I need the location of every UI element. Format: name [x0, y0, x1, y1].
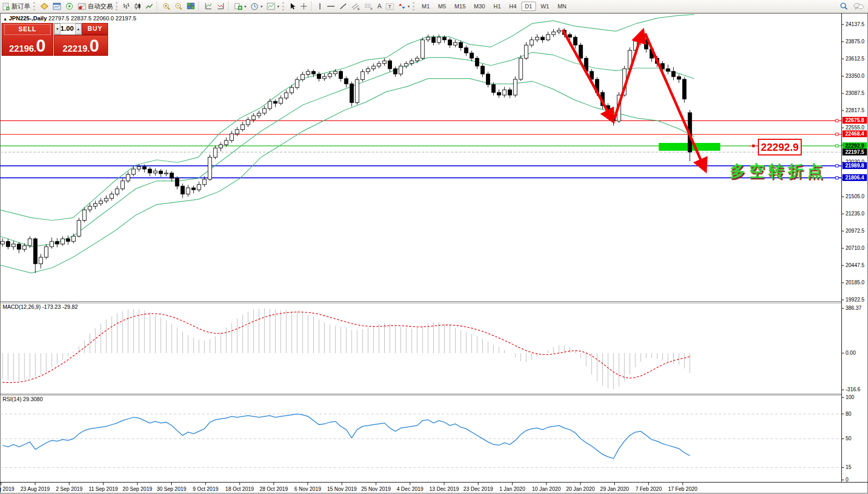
chart-canvas[interactable] [0, 0, 868, 494]
chinese-annotation-text[interactable]: 多空转折点 [730, 161, 826, 182]
data-window-button[interactable] [51, 1, 63, 12]
indicator-window-button[interactable] [203, 1, 215, 12]
price-annotation-label[interactable]: 22292.9 [758, 139, 802, 155]
buy-price: 22219.0 [54, 39, 108, 54]
separator [413, 2, 417, 10]
separator [282, 2, 286, 10]
label-tool-button[interactable]: T [384, 1, 396, 12]
tab-timeframe-m30[interactable]: M30 [470, 2, 489, 11]
trendline-tool-button[interactable] [337, 1, 349, 12]
charts-profile-button[interactable] [38, 1, 51, 12]
lot-increase-button[interactable]: ▲ [75, 23, 81, 34]
zoom-in-button[interactable] [161, 1, 173, 12]
lot-value: 1.00 [61, 23, 75, 34]
arrows-tool-button[interactable]: ▾ [396, 1, 412, 12]
tile-windows-icon [187, 3, 195, 10]
auto-trading-button[interactable]: 自动交易 [76, 1, 115, 12]
svg-text:E: E [358, 7, 360, 10]
chat-icon[interactable] [853, 3, 864, 10]
separator [116, 2, 120, 10]
candlestick-chart-icon [134, 3, 141, 10]
signals-button[interactable] [63, 1, 76, 12]
separator [157, 2, 159, 11]
tab-timeframe-h1[interactable]: H1 [490, 2, 504, 11]
tab-timeframe-m1[interactable]: M1 [418, 2, 433, 11]
ohlc-values: 22797.5 22837.5 22060.0 22197.5 [49, 15, 136, 21]
fibonacci-icon: F [364, 3, 373, 10]
auto-trading-label: 自动交易 [88, 2, 113, 11]
zoom-out-button[interactable] [173, 1, 185, 12]
buy-price-button[interactable]: 22219.0 [54, 35, 108, 56]
svg-text:F: F [371, 7, 373, 10]
separator [33, 2, 37, 10]
text-tool-icon: A [377, 3, 382, 10]
crosshair-button[interactable] [298, 1, 310, 12]
new-order-icon [2, 3, 10, 10]
sell-button[interactable]: SELL 22196.0 [2, 23, 53, 56]
text-label-icon: T [386, 3, 394, 10]
line-chart-button[interactable] [144, 1, 155, 12]
separator [311, 2, 314, 11]
separator [198, 2, 201, 11]
candlestick-chart-button[interactable] [132, 1, 144, 12]
tab-timeframe-mn[interactable]: MN [554, 2, 570, 11]
text-tool-button[interactable]: A [375, 1, 384, 12]
tab-timeframe-m15[interactable]: M15 [451, 2, 469, 11]
chart-title: ▲ JPN225-,Daily 22797.5 22837.5 22060.0 … [3, 15, 136, 21]
separator [228, 2, 231, 11]
one-click-trading-widget: SELL 22196.0 BUY 22219.0 ▼ 1.00 ▲ [2, 23, 107, 55]
add-indicator-button[interactable]: ▾ [232, 1, 248, 12]
bar-chart-icon [123, 3, 130, 10]
toolbar: 新订单 自动交易 ▾ ▾ ▾ E F A T ▾ M1M5M15M30H1H4D… [0, 0, 868, 13]
tab-timeframe-d1[interactable]: D1 [521, 2, 536, 11]
template-button[interactable]: ▾ [265, 1, 281, 12]
zoom-out-icon [175, 3, 183, 10]
horizontal-line-icon [327, 3, 335, 10]
chevron-down-icon: ▾ [260, 4, 263, 9]
indicator-window-icon [205, 3, 212, 10]
chevron-down-icon: ▾ [244, 4, 246, 9]
gold-diamond-icon [40, 3, 49, 10]
auto-trading-icon [78, 3, 86, 10]
search-icon[interactable] [840, 2, 848, 10]
new-order-button[interactable]: 新订单 [0, 1, 32, 12]
line-chart-icon [146, 3, 153, 10]
period-button[interactable]: ▾ [248, 1, 265, 12]
buy-button[interactable]: BUY [82, 23, 108, 35]
vline-tool-button[interactable] [315, 1, 325, 12]
channel-tool-button[interactable]: E [349, 1, 362, 12]
rsi-label: RSI(14) 29.3080 [3, 396, 43, 402]
timeframe-switcher: M1M5M15M30H1H4D1W1MN [418, 2, 570, 11]
bar-chart-button[interactable] [121, 1, 132, 12]
trendline-icon [339, 3, 347, 10]
tab-timeframe-w1[interactable]: W1 [537, 2, 553, 11]
buy-label: BUY [82, 23, 108, 34]
indicator-window2-icon [217, 3, 224, 10]
sell-label: SELL [4, 24, 51, 35]
template-icon [267, 3, 275, 10]
chevron-down-icon: ▾ [277, 4, 279, 9]
signal-icon [65, 3, 74, 10]
equidistant-channel-icon: E [351, 3, 360, 10]
cursor-icon [289, 3, 296, 10]
window-chart-icon [53, 3, 61, 10]
hline-tool-button[interactable] [325, 1, 337, 12]
chevron-down-icon: ▾ [408, 4, 410, 9]
cursor-button[interactable] [287, 1, 298, 12]
collapse-icon[interactable]: ▲ [3, 17, 7, 21]
svg-text:T: T [388, 4, 391, 9]
tab-timeframe-h4[interactable]: H4 [506, 2, 520, 11]
tab-timeframe-m5[interactable]: M5 [434, 2, 449, 11]
vertical-line-icon [317, 3, 323, 10]
symbol-period: JPN225-,Daily [9, 15, 47, 21]
tile-windows-button[interactable] [185, 1, 197, 12]
clock-icon [251, 3, 258, 10]
arrow-shapes-icon [398, 3, 406, 10]
lot-decrease-button[interactable]: ▼ [54, 23, 61, 34]
crosshair-icon [300, 3, 307, 10]
lot-size-control: ▼ 1.00 ▲ [54, 23, 82, 35]
new-order-label: 新订单 [11, 2, 30, 11]
indicator-window2-button[interactable] [215, 1, 227, 12]
fibonacci-tool-button[interactable]: F [362, 1, 375, 12]
zoom-in-icon [163, 3, 171, 10]
